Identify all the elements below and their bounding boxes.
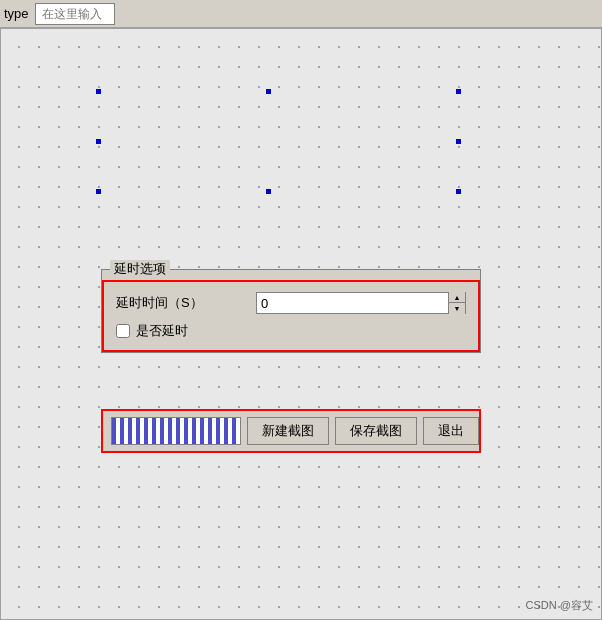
dot-decoration: [266, 89, 271, 94]
progress-stripes: [112, 418, 240, 444]
progress-area: [111, 417, 241, 445]
type-label: type: [4, 6, 29, 21]
delay-time-label: 延时时间（S）: [116, 294, 256, 312]
toolbar: type: [0, 0, 602, 28]
exit-button[interactable]: 退出: [423, 417, 479, 445]
dot-decoration: [456, 139, 461, 144]
watermark: CSDN @容艾: [526, 598, 593, 613]
dot-decoration: [456, 189, 461, 194]
delay-time-input[interactable]: [257, 293, 448, 313]
dot-decoration: [96, 89, 101, 94]
delay-options-group: 延时选项 延时时间（S） ▲ ▼ 是否延时: [101, 269, 481, 353]
dot-decoration: [456, 89, 461, 94]
dot-decoration: [96, 139, 101, 144]
spin-buttons: ▲ ▼: [448, 292, 465, 314]
dot-decoration: [96, 189, 101, 194]
main-area: 延时选项 延时时间（S） ▲ ▼ 是否延时: [0, 28, 602, 620]
spin-down-button[interactable]: ▼: [449, 303, 465, 314]
toolbar-input[interactable]: [35, 3, 115, 25]
new-screenshot-button[interactable]: 新建截图: [247, 417, 329, 445]
delay-checkbox[interactable]: [116, 324, 130, 338]
delay-group-legend: 延时选项: [110, 260, 170, 278]
checkbox-label: 是否延时: [136, 322, 188, 340]
save-screenshot-button[interactable]: 保存截图: [335, 417, 417, 445]
delay-time-row: 延时时间（S） ▲ ▼: [116, 292, 466, 314]
action-bar: 新建截图 保存截图 退出: [101, 409, 481, 453]
checkbox-row: 是否延时: [116, 322, 466, 340]
delay-spinbox[interactable]: ▲ ▼: [256, 292, 466, 314]
spin-up-button[interactable]: ▲: [449, 292, 465, 303]
delay-inner: 延时时间（S） ▲ ▼ 是否延时: [102, 280, 480, 352]
dot-decoration: [266, 189, 271, 194]
